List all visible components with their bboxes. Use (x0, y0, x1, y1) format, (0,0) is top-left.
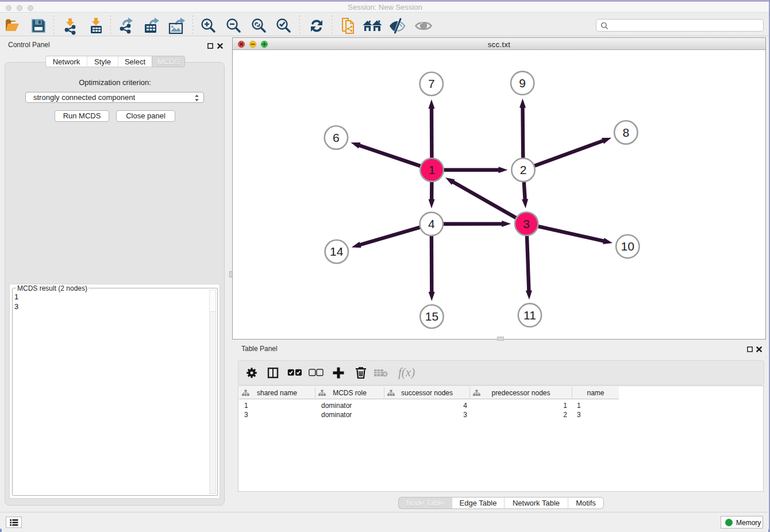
svg-text:10: 10 (621, 240, 634, 253)
svg-text:11: 11 (523, 309, 536, 322)
svg-text:8: 8 (622, 126, 629, 139)
svg-text:9: 9 (519, 76, 526, 90)
svg-text:7: 7 (428, 77, 435, 90)
svg-text:14: 14 (330, 245, 344, 258)
svg-text:3: 3 (523, 217, 530, 230)
svg-text:2: 2 (520, 163, 527, 176)
svg-text:1: 1 (429, 163, 436, 176)
svg-text:4: 4 (428, 217, 435, 230)
svg-text:6: 6 (333, 131, 340, 144)
svg-text:15: 15 (425, 310, 438, 323)
